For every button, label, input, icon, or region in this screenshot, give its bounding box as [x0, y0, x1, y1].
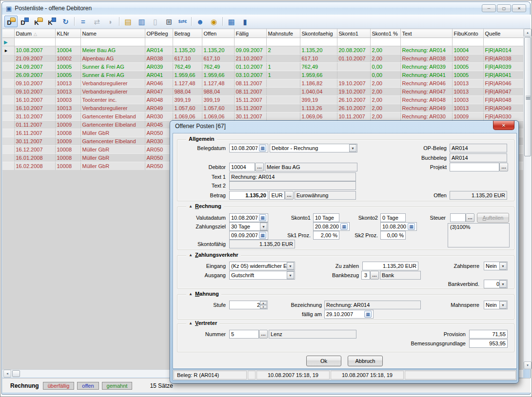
scroll-up-icon[interactable]: ▲ [524, 29, 532, 37]
horizontal-scroll-thumb[interactable] [12, 370, 20, 377]
calendar-icon[interactable]: ▦ [340, 223, 348, 230]
chevron-down-icon[interactable]: ▼ [499, 301, 507, 309]
filter-cell[interactable] [483, 38, 523, 46]
bezeichnung-field[interactable]: Rechnung: AR014 [324, 301, 421, 309]
debitor-info-icon[interactable]: ☻ [194, 16, 207, 27]
column-header-name[interactable]: Name [80, 29, 145, 38]
export-post-icon[interactable]: ▥ [135, 16, 148, 27]
aufteilen-button[interactable]: Aufteilen [477, 213, 509, 223]
match-posts-icon[interactable]: = [77, 16, 90, 27]
sk2-proz-field[interactable]: 0,00 % [380, 231, 406, 240]
filter-cell[interactable] [400, 38, 452, 46]
import-post-icon[interactable]: ▤ [121, 16, 135, 27]
filter-cell[interactable] [266, 38, 300, 46]
table-row[interactable]: 31.10.2007 10009 Gartencenter Elbeland A… [2, 113, 523, 121]
currency-field[interactable]: EUR [269, 191, 285, 200]
faellig-am-field[interactable]: 29.10.2007 ▦ [324, 310, 374, 319]
column-header-quelle[interactable]: Quelle [483, 29, 523, 38]
filter-cell[interactable] [202, 38, 234, 46]
filter-cell[interactable] [80, 38, 145, 46]
dialog-close-button[interactable]: ✕ [493, 121, 514, 130]
clear-assignment-icon[interactable]: ◗ [104, 16, 117, 27]
column-header-fibukonto[interactable]: FibuKonto [452, 29, 483, 38]
refresh-icon[interactable]: ↻ [59, 16, 72, 27]
filter-cell[interactable] [173, 38, 202, 46]
table-row[interactable]: 21.09.2007 10002 Alpenbau AG AR038 617,1… [2, 55, 523, 63]
open-kreditor-posts-icon[interactable]: K [32, 16, 45, 27]
projekt-field[interactable] [450, 163, 499, 171]
calendar-icon[interactable]: ▦ [408, 223, 415, 230]
column-header-faellig[interactable]: Fällig [234, 29, 266, 38]
currency-exchange-icon[interactable]: $⇄€ [176, 16, 189, 27]
text1-field[interactable]: Rechnung: AR014 [229, 172, 356, 181]
filter-cell[interactable] [337, 38, 370, 46]
vertical-scrollbar[interactable]: ▲ ▼ [523, 29, 531, 369]
filter-cell[interactable] [452, 38, 483, 46]
table-row[interactable]: 26.09.2007 10005 Sunner & Frei AG AR041 … [2, 71, 523, 79]
mahnsperre-select[interactable]: Nein ▼ [484, 301, 508, 309]
account-sheet-icon[interactable]: ⊞ [162, 16, 176, 27]
table-row[interactable]: 09.10.2007 10013 Verbandsregulierer AR04… [2, 79, 523, 88]
column-header-datum[interactable]: Datum△ [14, 29, 55, 38]
copy-post-icon[interactable]: ▯ [149, 16, 162, 27]
currency-lookup-button[interactable]: … [285, 191, 294, 200]
new-kreditor-post-icon[interactable]: K [45, 16, 59, 27]
opbeleg-field[interactable]: AR014 [450, 144, 507, 152]
collapse-icon[interactable]: ▲ [189, 253, 193, 257]
buchbeleg-field[interactable]: AR014 [450, 153, 507, 162]
steuer-field[interactable] [450, 213, 466, 222]
table-row[interactable]: 24.09.2007 10005 Sunner & Frei AG AR039 … [2, 63, 523, 71]
column-header-mahnstufe[interactable]: Mahnstufe [266, 29, 300, 38]
chevron-down-icon[interactable]: ▼ [260, 223, 267, 230]
column-header-skontofaehig[interactable]: Skontofaehig [300, 29, 337, 38]
minimize-button[interactable]: ─ [482, 4, 496, 12]
bankverbind-select[interactable]: 0 ▼ [484, 280, 508, 288]
scroll-down-icon[interactable]: ▼ [524, 361, 532, 369]
steuer-list[interactable]: (3)100% [448, 223, 510, 247]
skonto2-datum-field[interactable]: 10.08.2007 ▦ [380, 222, 417, 231]
vertreter-nummer-field[interactable]: 5 [229, 330, 259, 339]
zu-zahlen-field[interactable]: 1.135,20 EUR [362, 262, 418, 270]
collapse-icon[interactable]: ▲ [189, 292, 193, 296]
collapse-icon[interactable]: ▲ [189, 204, 193, 208]
legend-badge[interactable]: offen [77, 382, 99, 390]
projekt-lookup-button[interactable]: … [499, 163, 508, 171]
column-header-opbeleg[interactable]: OPBeleg [145, 29, 173, 38]
text2-field[interactable] [229, 181, 356, 190]
close-window-icon[interactable]: ▮ [238, 16, 252, 27]
spin-up-icon[interactable]: ▲ [260, 301, 267, 305]
open-debitor-posts-icon[interactable]: D [4, 16, 18, 27]
chevron-down-icon[interactable]: ▼ [499, 262, 507, 270]
filter-cell[interactable] [234, 38, 266, 46]
filter-cell[interactable] [55, 38, 80, 46]
filter-cell[interactable] [14, 38, 55, 46]
bemessungsgrundlage-field[interactable]: 953,95 [469, 339, 508, 348]
edit-table-icon[interactable]: ▦ [225, 16, 238, 27]
column-header-offen[interactable]: Offen [202, 29, 234, 38]
ok-button[interactable]: Ok [306, 356, 341, 366]
scroll-left-icon[interactable]: ◄ [3, 370, 11, 378]
chevron-down-icon[interactable]: ▼ [499, 280, 507, 288]
filter-cell[interactable] [145, 38, 173, 46]
legend-badge[interactable]: gemahnt [102, 382, 133, 390]
filter-cell[interactable] [370, 38, 400, 46]
zahlsperre-select[interactable]: Nein ▼ [484, 262, 508, 270]
calendar-icon[interactable]: ▦ [259, 214, 266, 221]
skonto1-datum-field[interactable]: 20.08.2007 ▦ [313, 222, 350, 231]
unmatch-posts-icon[interactable]: ⇄ [90, 16, 103, 27]
column-header-betrag[interactable]: Betrag [173, 29, 202, 38]
calendar-icon[interactable]: ▦ [364, 311, 372, 318]
payments-icon[interactable]: ◉ [207, 16, 220, 27]
calendar-icon[interactable]: ▦ [259, 232, 266, 239]
vertical-scroll-thumb[interactable] [524, 37, 531, 156]
chevron-down-icon[interactable]: ▼ [287, 262, 294, 270]
table-row[interactable]: 16.10.2007 10003 Toolcenter inc. AR048 3… [2, 96, 523, 104]
column-header-skonto1-proz[interactable]: Skonto1 % [370, 29, 400, 38]
close-button[interactable]: ✕ [512, 4, 526, 12]
maximize-button[interactable]: ▢ [497, 4, 511, 12]
belegdatum-field[interactable]: 10.08.2007 ▦ [229, 144, 268, 152]
calendar-icon[interactable]: ▦ [259, 145, 266, 151]
vertreter-lookup-button[interactable]: … [259, 330, 268, 339]
column-header-skonto1[interactable]: Skonto1 [337, 29, 370, 38]
eingang-select[interactable]: (Kz 05) widerruflicher Ei ▼ [229, 262, 295, 270]
